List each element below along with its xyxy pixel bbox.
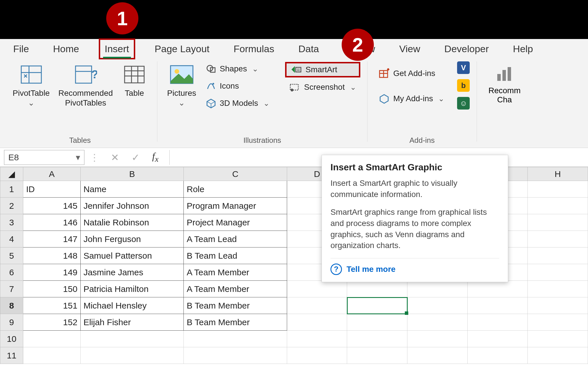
col-header-C[interactable]: C bbox=[184, 167, 287, 181]
cell-A8[interactable]: 151 bbox=[23, 297, 80, 314]
cell-C8[interactable]: B Team Member bbox=[184, 297, 287, 314]
insert-function-icon[interactable]: fx bbox=[152, 151, 158, 164]
cell-A6[interactable]: 149 bbox=[23, 264, 80, 281]
row-header-6[interactable]: 6 bbox=[0, 264, 23, 281]
icons-label: Icons bbox=[220, 81, 239, 91]
recommended-pivottables-button[interactable]: ? Recommended PivotTables bbox=[55, 61, 116, 109]
my-addins-icon bbox=[378, 93, 390, 104]
svg-text:?: ? bbox=[91, 68, 97, 81]
row-header-2[interactable]: 2 bbox=[0, 198, 23, 214]
svg-rect-3 bbox=[76, 66, 92, 83]
smartart-button[interactable]: SmartArt bbox=[285, 62, 360, 77]
cell-A5[interactable]: 148 bbox=[23, 247, 80, 264]
cell-C6[interactable]: A Team Member bbox=[184, 264, 287, 281]
cell-B1[interactable]: Name bbox=[80, 181, 184, 198]
formula-bar-separator: ⋮ bbox=[90, 152, 99, 163]
row-header-10[interactable]: 10 bbox=[0, 331, 23, 347]
col-header-H[interactable]: H bbox=[528, 167, 588, 181]
cell-B6[interactable]: Jasmine James bbox=[80, 264, 184, 281]
get-addins-icon bbox=[378, 68, 390, 79]
row-header-3[interactable]: 3 bbox=[0, 214, 23, 231]
svg-marker-30 bbox=[380, 95, 388, 103]
shapes-icon bbox=[206, 64, 216, 74]
col-header-A[interactable]: A bbox=[23, 167, 80, 181]
smartart-label: SmartArt bbox=[305, 65, 337, 74]
svg-rect-20 bbox=[296, 67, 301, 72]
tab-page-layout[interactable]: Page Layout bbox=[150, 40, 214, 58]
tab-help[interactable]: Help bbox=[508, 40, 538, 58]
tab-insert[interactable]: Insert bbox=[99, 38, 135, 59]
svg-rect-32 bbox=[502, 70, 506, 81]
row-header-9[interactable]: 9 bbox=[0, 314, 23, 331]
tab-view[interactable]: View bbox=[395, 40, 425, 58]
cell-B5[interactable]: Samuel Patterson bbox=[80, 247, 184, 264]
cell-A9[interactable]: 152 bbox=[23, 314, 80, 331]
cell-A1[interactable]: ID bbox=[23, 181, 80, 198]
cell-B8[interactable]: Michael Hensley bbox=[80, 297, 184, 314]
screenshot-button[interactable]: Screenshot ⌄ bbox=[285, 81, 360, 93]
cell-E8[interactable] bbox=[347, 297, 407, 314]
cell-B9[interactable]: Elijah Fisher bbox=[80, 314, 184, 331]
cell-C3[interactable]: Project Manager bbox=[184, 214, 287, 231]
select-all-corner[interactable]: ◢ bbox=[0, 167, 23, 181]
tooltip-title: Insert a SmartArt Graphic bbox=[330, 162, 499, 173]
callout-step-1: 1 bbox=[106, 2, 138, 34]
cell-C1[interactable]: Role bbox=[184, 181, 287, 198]
cell-B3[interactable]: Natalie Robinson bbox=[80, 214, 184, 231]
cell-B7[interactable]: Patricia Hamilton bbox=[80, 281, 184, 297]
ribbon-tabs: File Home Insert Page Layout Formulas Da… bbox=[0, 39, 588, 58]
pivottable-label: PivotTable bbox=[13, 89, 50, 97]
cell-A4[interactable]: 147 bbox=[23, 231, 80, 247]
visio-addin-icon[interactable]: V bbox=[457, 61, 470, 74]
cell-A3[interactable]: 146 bbox=[23, 214, 80, 231]
cell-C2[interactable]: Program Manager bbox=[184, 198, 287, 214]
tab-data[interactable]: Data bbox=[294, 40, 324, 58]
screenshot-icon bbox=[289, 83, 301, 92]
svg-point-13 bbox=[207, 65, 213, 71]
recommended-charts-label: Recomm Cha bbox=[488, 86, 521, 104]
get-addins-button[interactable]: Get Add-ins bbox=[374, 67, 449, 80]
row-header-7[interactable]: 7 bbox=[0, 281, 23, 297]
cell-B4[interactable]: John Ferguson bbox=[80, 231, 184, 247]
people-addin-icon[interactable]: ☺ bbox=[457, 97, 470, 110]
cancel-formula-icon[interactable]: ✕ bbox=[111, 152, 119, 163]
name-box[interactable]: E8 ▾ bbox=[4, 150, 84, 165]
tab-home[interactable]: Home bbox=[49, 40, 84, 58]
bing-addin-icon[interactable]: b bbox=[457, 79, 470, 92]
col-header-B[interactable]: B bbox=[80, 167, 184, 181]
pivottable-icon bbox=[18, 63, 44, 86]
tooltip-paragraph-1: Insert a SmartArt graphic to visually co… bbox=[330, 178, 499, 200]
get-addins-label: Get Add-ins bbox=[393, 69, 435, 78]
pictures-button[interactable]: Pictures⌄ bbox=[164, 61, 199, 109]
svg-rect-33 bbox=[508, 67, 511, 81]
name-box-dropdown-icon[interactable]: ▾ bbox=[76, 152, 80, 162]
row-header-1[interactable]: 1 bbox=[0, 181, 23, 198]
cell-C9[interactable]: B Team Member bbox=[184, 314, 287, 331]
row-header-5[interactable]: 5 bbox=[0, 247, 23, 264]
cell-C7[interactable]: A Team Member bbox=[184, 281, 287, 297]
tab-formulas[interactable]: Formulas bbox=[229, 40, 279, 58]
enter-formula-icon[interactable]: ✓ bbox=[131, 152, 140, 163]
table-button[interactable]: Table bbox=[119, 61, 150, 100]
icons-button[interactable]: Icons bbox=[202, 79, 274, 93]
recommended-charts-button[interactable]: Recomm Cha bbox=[480, 61, 521, 148]
3d-models-button[interactable]: 3D Models ⌄ bbox=[202, 96, 274, 110]
row-header-11[interactable]: 11 bbox=[0, 347, 23, 364]
pivottable-button[interactable]: PivotTable⌄ bbox=[10, 61, 53, 109]
row-header-8[interactable]: 8 bbox=[0, 297, 23, 314]
tab-developer[interactable]: Developer bbox=[440, 40, 494, 58]
my-addins-button[interactable]: My Add-ins ⌄ bbox=[374, 92, 449, 106]
row-header-4[interactable]: 4 bbox=[0, 231, 23, 247]
cell-C5[interactable]: B Team Lead bbox=[184, 247, 287, 264]
tab-file[interactable]: File bbox=[9, 40, 34, 58]
svg-point-12 bbox=[175, 69, 179, 74]
cell-A2[interactable]: 145 bbox=[23, 198, 80, 214]
group-tables-label: Tables bbox=[69, 134, 91, 148]
cell-C4[interactable]: A Team Lead bbox=[184, 231, 287, 247]
svg-point-24 bbox=[291, 89, 293, 91]
shapes-button[interactable]: Shapes ⌄ bbox=[202, 62, 274, 76]
tell-me-more-link[interactable]: ? Tell me more bbox=[330, 264, 499, 275]
cell-A7[interactable]: 150 bbox=[23, 281, 80, 297]
table-label: Table bbox=[125, 88, 144, 98]
cell-B2[interactable]: Jennifer Johnson bbox=[80, 198, 184, 214]
